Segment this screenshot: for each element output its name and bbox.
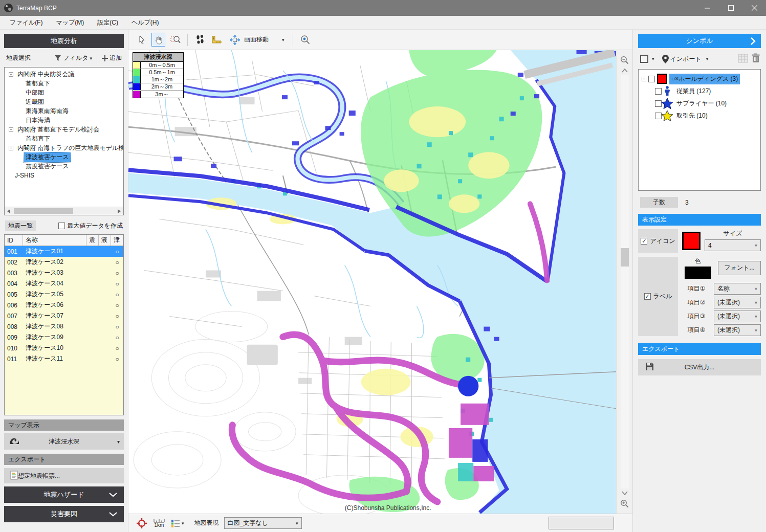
tree-item[interactable]: 首都直下 [7, 134, 123, 143]
symbol-tree-item[interactable]: サプライヤー (10) [642, 97, 760, 109]
center-crosshair-tool[interactable] [135, 516, 148, 530]
table-row[interactable]: 006津波ケース06○ [5, 300, 123, 311]
pan-mode-dropdown[interactable]: 画面移動 ▾ [227, 33, 288, 47]
symbol-tree-item[interactable]: 取引先 (10) [642, 109, 760, 122]
map-canvas[interactable]: (C)Shobunsha Publications,Inc. 津波浸水深 0m～… [128, 50, 616, 514]
zoom-out-button[interactable] [618, 53, 631, 67]
tree-item[interactable]: 東海東南海南海 [7, 106, 123, 116]
label-checkbox[interactable]: ✓ [644, 293, 651, 300]
label-color-swatch[interactable] [685, 267, 711, 279]
item2-dropdown[interactable]: (未選択)˅ [714, 297, 761, 308]
chevron-down-icon: ▾ [296, 521, 298, 526]
tree-item[interactable]: 首都直下 [7, 79, 123, 88]
scroll-right-arrow[interactable] [115, 207, 123, 215]
csv-export-button[interactable]: CSV出力... [638, 359, 761, 375]
shape-select-icon[interactable] [640, 55, 648, 63]
menu-map[interactable]: マップ(M) [49, 16, 91, 30]
tree-item-selected[interactable]: 津波被害ケース [7, 152, 123, 162]
tree-item[interactable]: −内閣府 中央防災会議 [7, 70, 123, 79]
import-button[interactable]: インポート ▾ [661, 54, 710, 64]
map-style-dropdown[interactable]: 白図_文字なし ▾ [224, 517, 302, 529]
map-expression-label: 地図表現 [194, 519, 219, 527]
table-row[interactable]: 010津波ケース10○ [5, 343, 123, 353]
filter-button[interactable]: フィルタ ▾ [54, 53, 93, 63]
table-row[interactable]: 009津波ケース09○ [5, 332, 123, 343]
item4-dropdown[interactable]: (未選択)˅ [714, 324, 761, 336]
add-button[interactable]: 追加 [101, 53, 123, 63]
tree-item[interactable]: 日本海溝 [7, 116, 123, 125]
tree-item[interactable]: −内閣府 首都直下モデル検討会 [7, 125, 123, 134]
size-dropdown[interactable]: 4 ˅ [705, 239, 761, 251]
zoom-select-tool[interactable] [168, 33, 182, 47]
export-header-left: エクスポート [4, 454, 124, 465]
menu-settings[interactable]: 設定(C) [91, 16, 125, 30]
map-style-value: 白図_文字なし [228, 519, 291, 527]
symbol-tree-item[interactable]: 従業員 (127) [642, 85, 760, 97]
child-count-value: 3 [685, 199, 689, 206]
disaster-factor-section-header[interactable]: 災害要因 [4, 506, 124, 522]
table-row[interactable]: 003津波ケース03○ [5, 268, 123, 278]
scroll-left-arrow[interactable] [5, 207, 13, 215]
item3-dropdown[interactable]: (未選択)˅ [714, 311, 761, 322]
report-export-button[interactable]: 想定地震帳票... [4, 468, 124, 483]
attribute-table-button[interactable] [738, 54, 748, 64]
label-toggle[interactable]: ✓ ラベル [638, 257, 678, 336]
tree-horizontal-scrollbar[interactable] [5, 207, 123, 215]
icon-checkbox[interactable]: ✓ [641, 238, 647, 245]
close-button[interactable] [742, 0, 766, 16]
tree-item[interactable]: 震度被害ケース [7, 162, 123, 171]
symbol-panel-header[interactable]: シンボル [638, 34, 761, 48]
legend-list-button[interactable]: ▾ [170, 518, 185, 528]
table-row[interactable]: 002津波ケース02○ [5, 257, 123, 268]
scroll-up-arrow[interactable] [622, 67, 628, 74]
maximize-button[interactable] [719, 0, 742, 16]
tree-item[interactable]: −内閣府 南海トラフの巨大地震モデル検 [7, 143, 123, 152]
zoom-in-button[interactable] [618, 497, 631, 511]
legend-title: 津波浸水深 [133, 53, 183, 62]
hazard-section-header[interactable]: 地震ハザード [4, 486, 124, 503]
table-row[interactable]: 011津波ケース11○ [5, 353, 123, 364]
table-row[interactable]: 007津波ケース07○ [5, 311, 123, 321]
menu-help[interactable]: ヘルプ(H) [125, 16, 166, 30]
walk-route-tool[interactable] [193, 33, 207, 47]
tree-item[interactable]: J-SHIS [7, 171, 123, 180]
pan-hand-tool[interactable] [151, 33, 165, 47]
symbol-checkbox[interactable] [655, 113, 662, 119]
label-color-label: 色 [695, 257, 701, 264]
scrollbar-thumb[interactable] [621, 248, 629, 267]
collapse-icon[interactable]: − [9, 72, 13, 77]
minimize-button[interactable] [695, 0, 719, 16]
collapse-icon[interactable]: − [9, 127, 13, 132]
symbol-checkbox[interactable] [655, 88, 662, 95]
table-row-selected[interactable]: 001津波ケース01○ [5, 246, 123, 257]
symbol-checkbox[interactable] [655, 100, 662, 107]
collapse-icon[interactable]: − [9, 146, 13, 150]
item1-dropdown[interactable]: 名称˅ [714, 283, 761, 295]
tree-item[interactable]: 中部圏 [7, 88, 123, 97]
max-data-checkbox[interactable] [58, 223, 65, 229]
select-pointer-tool[interactable] [135, 33, 148, 47]
table-row[interactable]: 005津波ケース05○ [5, 289, 123, 300]
delete-symbol-button[interactable] [752, 53, 760, 64]
table-row[interactable]: 008津波ケース08○ [5, 321, 123, 332]
collapse-icon[interactable]: − [642, 77, 646, 81]
info-identify-tool[interactable] [298, 33, 312, 47]
scrollbar-thumb[interactable] [14, 208, 73, 214]
tree-item[interactable]: 近畿圏 [7, 97, 123, 106]
map-display-dropdown[interactable]: 津波浸水深 ▾ [4, 433, 124, 450]
icon-color-swatch[interactable] [682, 232, 701, 250]
map-vertical-scrollbar[interactable] [621, 75, 629, 489]
quake-select-label: 地震選択 [6, 54, 31, 62]
menu-file[interactable]: ファイル(F) [3, 16, 49, 30]
font-button[interactable]: フォント... [718, 261, 761, 275]
scale-bar-tool[interactable]: 1km [154, 519, 165, 527]
table-row[interactable]: 004津波ケース04○ [5, 278, 123, 289]
symbol-tree-item-selected[interactable]: − ○×ホールディングス (3) [642, 73, 760, 85]
symbol-checkbox[interactable] [648, 76, 655, 82]
scroll-down-arrow[interactable] [622, 490, 628, 497]
map-zoom-rail [616, 50, 632, 514]
icon-toggle[interactable]: ✓ アイコン [638, 229, 678, 253]
item3-label: 項目③ [682, 312, 711, 321]
measure-tool[interactable] [210, 33, 224, 47]
symbol-toolbar: ▾ インポート ▾ [640, 53, 760, 65]
